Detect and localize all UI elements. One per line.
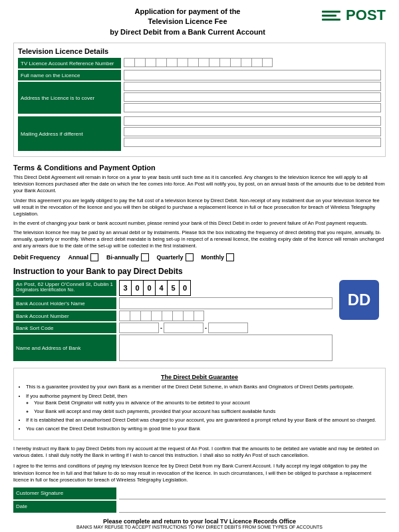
ref-box-12[interactable] <box>241 58 251 67</box>
name-address-bank-input[interactable] <box>119 334 332 361</box>
originator-label: An Post, 62 Upper O'Connell St, Dublin 1… <box>13 280 116 296</box>
acc-box-4[interactable] <box>151 311 162 321</box>
ref-box-2[interactable] <box>134 58 145 67</box>
account-holder-input[interactable] <box>119 297 332 309</box>
originator-sub: Originators Identification No. <box>16 287 74 292</box>
freq-biannually: Bi-annually <box>106 253 149 261</box>
footer-main: Please complete and return to your local… <box>13 518 386 525</box>
account-number-row: Bank Account Number <box>13 311 332 321</box>
guarantee-point-3: If it is established that an unauthorise… <box>26 417 380 424</box>
mailing-line-1[interactable] <box>124 116 381 126</box>
date-line[interactable] <box>119 501 386 513</box>
page-header: Application for payment of the Televisio… <box>13 7 386 37</box>
guarantee-point-2b: Your Bank will accept and may debit such… <box>34 408 380 415</box>
acc-box-1[interactable] <box>119 311 130 321</box>
freq-quarterly-label: Quarterly <box>157 254 184 261</box>
ref-box-14[interactable] <box>262 58 273 67</box>
terms-para-1: This Direct Debit Agreement will remain … <box>13 174 386 194</box>
ref-box-6[interactable] <box>177 58 188 67</box>
guarantee-point-2: If you authorise payment by Direct Debit… <box>26 393 380 415</box>
sort-code-input-3[interactable] <box>208 323 248 333</box>
logo-line-2 <box>322 15 336 17</box>
sort-code-input-2[interactable] <box>164 323 203 333</box>
ref-box-11[interactable] <box>230 58 241 67</box>
terms-para-4: The television licence fee may be paid b… <box>13 229 386 249</box>
sort-code-input-1[interactable] <box>119 323 159 333</box>
ref-box-1[interactable] <box>124 58 134 67</box>
account-holder-label: Bank Account Holder's Name <box>13 297 116 309</box>
guarantee-list: This is a guarantee provided by your own… <box>19 384 380 432</box>
header-line2: Television Licence Fee <box>53 17 322 27</box>
ref-box-8[interactable] <box>198 58 209 67</box>
address-line-3[interactable] <box>124 103 381 112</box>
tv-licence-section: Television Licence Details TV Licence Ac… <box>13 43 386 157</box>
acc-box-8[interactable] <box>194 311 204 321</box>
acc-box-3[interactable] <box>140 311 151 321</box>
orig-num-4: 4 <box>155 280 167 296</box>
ref-number-boxes <box>124 58 273 68</box>
sort-dash-1: - <box>160 325 162 331</box>
ref-box-7[interactable] <box>188 58 198 67</box>
freq-biannually-label: Bi-annually <box>106 254 139 261</box>
guarantee-box: The Direct Debit Guarantee This is a gua… <box>13 368 386 440</box>
dd-logo: DD <box>339 280 379 320</box>
orig-num-5: 5 <box>167 280 179 296</box>
ref-box-9[interactable] <box>209 58 219 67</box>
terms-para-3: In the event of changing your bank or ba… <box>13 220 386 227</box>
address-line-2[interactable] <box>124 92 381 102</box>
ref-number-row: TV Licence Account Reference Number <box>18 58 381 68</box>
acc-box-7[interactable] <box>183 311 194 321</box>
declaration-text-1: I hereby instruct my Bank to pay Direct … <box>13 446 386 459</box>
footer: Please complete and return to your local… <box>13 518 386 529</box>
mailing-line-3[interactable] <box>124 138 381 147</box>
full-name-row: Full name on the Licence <box>18 70 381 80</box>
guarantee-point-4: You can cancel the Direct Debit Instruct… <box>26 426 380 432</box>
orig-num-2: 0 <box>131 280 143 296</box>
footer-sub: BANKS MAY REFUSE TO ACCEPT INSTRUCTIONS … <box>13 525 386 529</box>
originator-number-area: 3 0 0 4 5 0 <box>119 280 191 296</box>
ref-box-10[interactable] <box>219 58 230 67</box>
account-number-boxes <box>119 311 204 321</box>
sort-code-label: Bank Sort Code <box>13 323 116 333</box>
logo-line-1 <box>322 11 340 13</box>
address-row: Address the Licence is to cover <box>18 82 381 114</box>
acc-box-5[interactable] <box>162 311 172 321</box>
ref-number-label: TV Licence Account Reference Number <box>18 58 121 68</box>
date-row: Date <box>13 501 386 513</box>
freq-biannually-checkbox[interactable] <box>141 253 149 261</box>
date-label: Date <box>13 501 116 513</box>
ref-box-5[interactable] <box>166 58 177 67</box>
header-title: Application for payment of the Televisio… <box>53 7 322 37</box>
full-name-input[interactable] <box>124 70 381 80</box>
acc-box-6[interactable] <box>172 311 183 321</box>
originator-row: An Post, 62 Upper O'Connell St, Dublin 1… <box>13 280 332 296</box>
freq-annual-label: Annual <box>68 254 89 261</box>
header-line3: by Direct Debit from a Bank Current Acco… <box>53 27 322 37</box>
ref-box-13[interactable] <box>251 58 262 67</box>
name-address-bank-label: Name and Address of Bank <box>13 334 116 361</box>
freq-quarterly-checkbox[interactable] <box>186 253 194 261</box>
orig-num-6: 0 <box>179 280 191 296</box>
ref-box-4[interactable] <box>156 58 166 67</box>
guarantee-sub-point: Your Bank Debit Originator will notify y… <box>34 400 380 406</box>
account-number-label: Bank Account Number <box>13 311 116 321</box>
freq-monthly: Monthly <box>201 253 235 261</box>
orig-num-1: 3 <box>119 280 131 296</box>
full-name-label: Full name on the Licence <box>18 70 121 80</box>
ref-box-3[interactable] <box>145 58 156 67</box>
mailing-line-2[interactable] <box>124 127 381 136</box>
freq-annual-checkbox[interactable] <box>90 253 98 261</box>
bank-section: Instruction to your Bank to pay Direct D… <box>13 267 386 362</box>
account-holder-row: Bank Account Holder's Name <box>13 297 332 309</box>
sort-code-row: Bank Sort Code - - <box>13 323 332 333</box>
freq-monthly-checkbox[interactable] <box>226 253 234 261</box>
address-line-1[interactable] <box>124 82 381 91</box>
freq-monthly-label: Monthly <box>201 254 225 261</box>
signature-line[interactable] <box>119 487 386 499</box>
acc-box-2[interactable] <box>130 311 140 321</box>
sort-code-wrapper: - - <box>119 323 248 333</box>
mailing-address-row: Mailing Address if different <box>18 116 381 151</box>
logo-lines <box>322 11 340 21</box>
bank-section-title: Instruction to your Bank to pay Direct D… <box>13 267 332 276</box>
sort-dash-2: - <box>205 325 207 331</box>
